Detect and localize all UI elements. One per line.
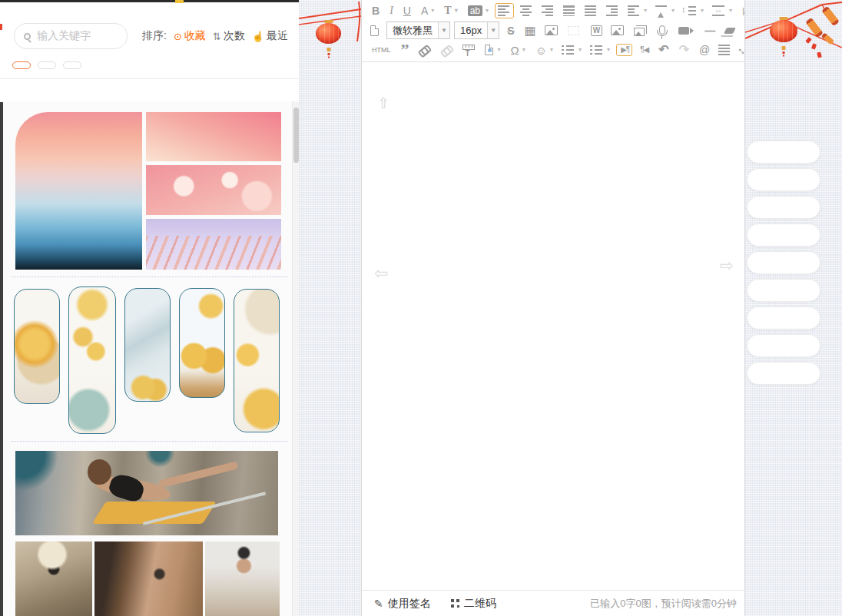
template-icon[interactable] <box>482 43 503 57</box>
summary-icon[interactable] <box>716 43 734 57</box>
ordered-list-icon[interactable] <box>559 43 584 57</box>
window-left-edge <box>0 102 3 616</box>
toolbar-row-1: BIUATab|A| <box>362 2 744 20</box>
image-icon[interactable] <box>608 24 628 37</box>
long-image-button[interactable] <box>747 334 820 357</box>
pink-sunset-image[interactable] <box>15 112 142 270</box>
special-char-icon[interactable]: Ω <box>507 43 528 58</box>
left-panel-scrollbar[interactable] <box>292 101 299 616</box>
emoji-icon[interactable]: ☺ <box>532 43 555 58</box>
new-doc-icon[interactable] <box>368 24 383 38</box>
text-ruler-icon[interactable] <box>460 43 479 58</box>
filter-recommend[interactable] <box>12 61 31 69</box>
text-style-icon[interactable]: T <box>440 4 459 18</box>
line-height-icon[interactable] <box>681 4 706 18</box>
more-features-button[interactable] <box>747 362 820 385</box>
strikethrough-icon[interactable]: S <box>503 24 516 38</box>
editor-toolbar: BIUATab|A| 微软雅黑 ▼ 16px ▼ S▦W— HTML”Ω☺▶¶¶… <box>362 0 744 62</box>
sort-option-icon: ☝ <box>252 31 264 42</box>
align-center-icon[interactable] <box>518 4 535 18</box>
sort-count[interactable]: ⇅次数 <box>213 29 245 43</box>
template-beach-photo[interactable] <box>15 451 278 535</box>
word-import-icon[interactable]: W <box>587 24 605 38</box>
fluffy-clouds-image[interactable] <box>146 165 281 215</box>
filter-favorites[interactable] <box>38 61 56 69</box>
align-left-icon[interactable] <box>495 3 514 18</box>
search-placeholder: 输入关键字 <box>37 29 91 43</box>
eraser-icon[interactable] <box>721 26 740 35</box>
editor-content-area[interactable]: ⇧ ⇦ ⇨ <box>362 62 744 585</box>
action-buttons <box>747 141 820 385</box>
rtl-icon[interactable]: ¶◀ <box>636 45 651 55</box>
mooncake-card-2[interactable] <box>68 286 116 434</box>
import-article-button[interactable] <box>747 224 820 247</box>
blockquote-icon[interactable]: ” <box>397 45 412 55</box>
font-color-icon[interactable]: A <box>417 4 436 18</box>
clear-new-button[interactable] <box>747 251 820 274</box>
sunglasses-closeup-photo[interactable] <box>94 541 203 616</box>
font-size-select[interactable]: 16px ▼ <box>454 22 499 39</box>
unordered-list-icon[interactable] <box>588 43 612 57</box>
align-right-icon[interactable] <box>539 4 557 18</box>
align-justify-icon[interactable] <box>582 4 600 18</box>
editor-footer: ✎ 使用签名 二维码 已输入0字0图，预计阅读需0分钟 <box>362 590 744 616</box>
hanging-indent-icon[interactable] <box>625 4 649 18</box>
indent-icon[interactable] <box>604 4 622 18</box>
wechat-copy-button[interactable] <box>747 141 820 164</box>
italic-icon[interactable]: I <box>386 4 396 18</box>
sort-favorites[interactable]: ⊙收藏 <box>174 29 206 43</box>
redo-icon[interactable]: ↷ <box>675 42 691 58</box>
font-family-select[interactable]: 微软雅黑 ▼ <box>386 22 450 39</box>
template-pink-sky-collage[interactable] <box>15 112 281 270</box>
mooncake-card-4[interactable] <box>179 288 225 398</box>
template-fashion-photos[interactable] <box>15 541 280 616</box>
mooncake-card-1[interactable] <box>14 289 60 404</box>
underline-icon[interactable]: U <box>399 4 413 18</box>
template-mooncake-cards[interactable] <box>14 286 280 434</box>
filter-newest[interactable] <box>63 61 81 69</box>
unlink-icon[interactable] <box>438 44 456 57</box>
letter-spacing-icon[interactable] <box>710 4 734 18</box>
left-arrow-icon: ⇦ <box>374 263 388 283</box>
audio-icon[interactable] <box>655 24 672 38</box>
horizontal-rule-icon[interactable]: — <box>701 24 718 38</box>
ltr-icon[interactable]: ▶¶ <box>616 44 632 56</box>
bold-icon[interactable]: B <box>368 4 382 18</box>
qrcode-button[interactable]: 二维码 <box>451 597 496 611</box>
white-shirt-photo[interactable] <box>205 541 280 616</box>
image-placeholder-icon[interactable] <box>565 25 583 37</box>
use-signature-button[interactable]: ✎ 使用签名 <box>374 597 431 611</box>
toolbar-row-2: 微软雅黑 ▼ 16px ▼ S▦W— <box>362 20 744 41</box>
search-sort-row: 输入关键字 排序: ⊙收藏⇅次数☝最近 <box>0 15 299 55</box>
at-search-icon[interactable]: @ <box>695 43 712 57</box>
red-lantern-icon <box>770 20 797 42</box>
scrollbar-thumb[interactable] <box>293 108 299 163</box>
highlight-icon[interactable]: ab <box>464 4 491 18</box>
sort-option-icon: ⊙ <box>174 31 182 42</box>
style-library-panel: 输入关键字 排序: ⊙收藏⇅次数☝最近 <box>0 0 299 616</box>
html-icon[interactable]: HTML <box>368 45 393 55</box>
template-separator <box>11 277 288 277</box>
cloud-draft-button[interactable] <box>747 306 820 330</box>
mooncake-card-3[interactable] <box>124 288 171 402</box>
editor-panel: BIUATab|A| 微软雅黑 ▼ 16px ▼ S▦W— HTML”Ω☺▶¶¶… <box>361 0 745 616</box>
web-copy-button[interactable] <box>747 168 820 191</box>
gallery-icon[interactable] <box>632 24 651 38</box>
link-icon[interactable] <box>416 44 434 57</box>
sort-recent[interactable]: ☝最近 <box>252 29 288 43</box>
phone-preview-button[interactable] <box>747 279 820 302</box>
beret-cafe-photo[interactable] <box>15 541 92 616</box>
pampas-grass-image[interactable] <box>146 219 281 270</box>
pink-clouds-image[interactable] <box>146 112 281 161</box>
chart-image-icon[interactable] <box>542 24 562 37</box>
search-input[interactable]: 输入关键字 <box>14 23 128 49</box>
video-icon[interactable] <box>676 25 697 36</box>
margin-top-icon[interactable] <box>653 4 677 18</box>
mooncake-card-5[interactable] <box>234 289 280 432</box>
save-article-button[interactable] <box>747 196 820 219</box>
left-hint: ⇦ <box>374 263 396 283</box>
align-top-icon[interactable] <box>561 4 578 18</box>
table-icon[interactable]: ▦ <box>521 23 539 38</box>
undo-icon[interactable]: ↶ <box>655 42 671 58</box>
top-notch <box>175 0 184 3</box>
